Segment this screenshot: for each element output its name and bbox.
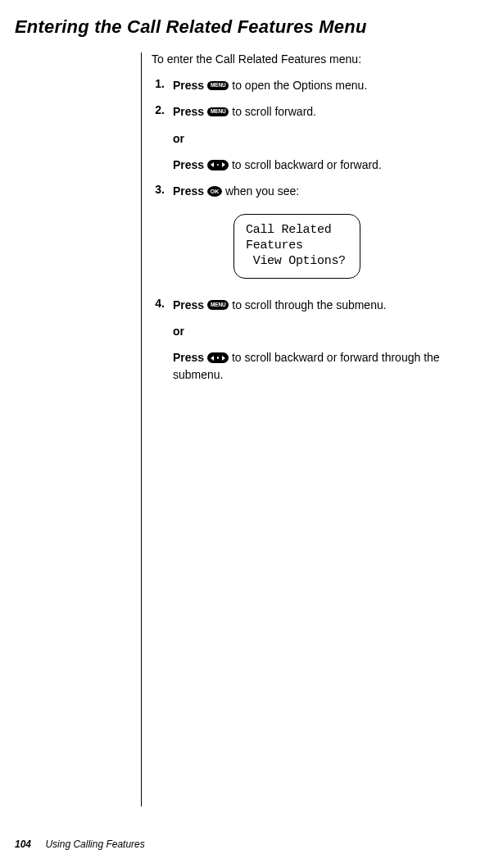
step-3-tail: when you see: — [222, 184, 299, 198]
lcd-screen: Call Related Features View Options? — [233, 214, 360, 278]
lcd-line-2: Features — [246, 239, 350, 254]
ok-button-icon: OK — [207, 186, 222, 197]
step-2-body: Press MENU to scroll forward. — [173, 103, 460, 120]
content-area: To enter the Call Related Features menu:… — [141, 52, 460, 807]
step-2-alt: Press to scroll backward or forward. — [173, 157, 460, 173]
section-name: Using Calling Features — [45, 838, 144, 850]
step-1-tail: to open the Options menu. — [229, 79, 367, 92]
step-4-number: 4. — [152, 297, 173, 313]
step-2-number: 2. — [152, 103, 173, 120]
step-1: 1. Press MENU to open the Options menu. — [152, 77, 460, 93]
press-label: Press — [173, 79, 204, 92]
press-label: Press — [173, 184, 204, 198]
step-2-tail: to scroll forward. — [229, 105, 316, 118]
page-title: Entering the Call Related Features Menu — [0, 0, 485, 54]
step-4-tail: to scroll through the submenu. — [229, 298, 386, 311]
step-4-or: or — [173, 323, 460, 339]
step-1-number: 1. — [152, 77, 173, 93]
step-4: 4. Press MENU to scroll through the subm… — [152, 297, 460, 313]
press-label: Press — [173, 298, 204, 311]
step-4-body: Press MENU to scroll through the submenu… — [173, 297, 460, 313]
arrows-button-icon — [207, 352, 229, 363]
arrows-button-icon — [207, 160, 229, 170]
press-label: Press — [173, 105, 204, 118]
footer: 104 Using Calling Features — [15, 838, 145, 850]
lcd-line-3: View Options? — [246, 254, 350, 270]
menu-button-icon: MENU — [207, 107, 229, 117]
intro-text: To enter the Call Related Features menu: — [152, 52, 460, 66]
step-2-alt-tail: to scroll backward or forward. — [229, 158, 382, 171]
menu-button-icon: MENU — [207, 81, 229, 91]
step-3-body: Press OK when you see: — [173, 183, 460, 199]
press-label: Press — [173, 351, 204, 364]
menu-button-icon: MENU — [207, 300, 229, 310]
step-3-number: 3. — [152, 183, 173, 199]
step-2: 2. Press MENU to scroll forward. — [152, 103, 460, 120]
step-4-alt: Press to scroll backward or forward thro… — [173, 349, 460, 383]
page-number: 104 — [15, 838, 31, 850]
step-2-or: or — [173, 130, 460, 147]
step-3: 3. Press OK when you see: — [152, 183, 460, 199]
step-1-body: Press MENU to open the Options menu. — [173, 77, 460, 93]
lcd-line-1: Call Related — [246, 223, 350, 239]
press-label: Press — [173, 158, 204, 171]
